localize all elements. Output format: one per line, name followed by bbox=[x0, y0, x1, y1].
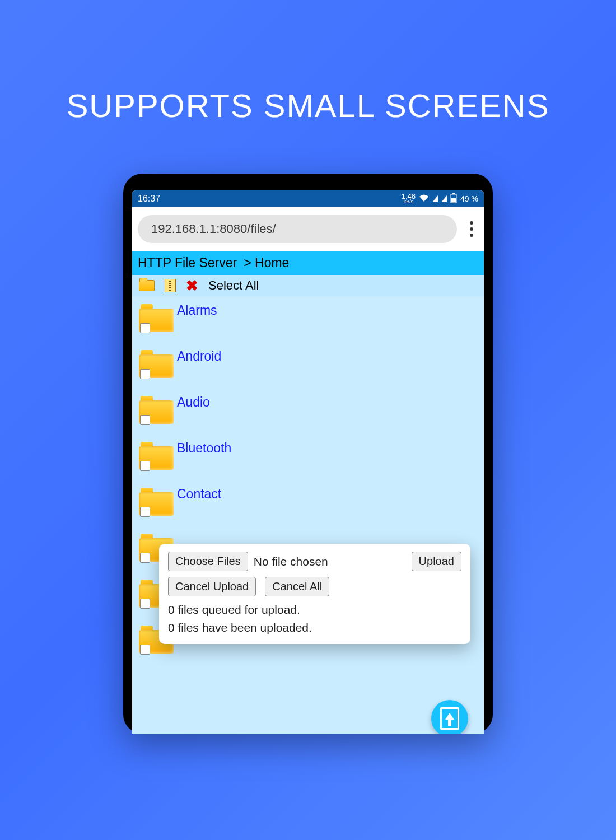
status-speed: 1,46 kB/s bbox=[402, 194, 416, 204]
list-item[interactable]: Bluetooth bbox=[139, 442, 477, 470]
upload-icon bbox=[440, 707, 459, 730]
page-header: HTTP File Server > Home bbox=[132, 251, 484, 275]
zip-icon[interactable] bbox=[165, 279, 176, 292]
select-all-button[interactable]: Select All bbox=[208, 278, 259, 293]
upload-fab[interactable] bbox=[431, 700, 468, 734]
toolbar: ✖ Select All bbox=[132, 275, 484, 296]
url-bar[interactable]: 192.168.1.1:8080/files/ bbox=[138, 215, 457, 243]
cancel-upload-button[interactable]: Cancel Upload bbox=[168, 577, 256, 596]
upload-button[interactable]: Upload bbox=[412, 552, 461, 571]
list-item[interactable]: Alarms bbox=[139, 304, 477, 332]
svg-rect-2 bbox=[451, 198, 456, 202]
list-item[interactable]: Audio bbox=[139, 396, 477, 424]
file-list: Alarms Android Audio Bluetooth Contact bbox=[132, 296, 484, 734]
upload-uploaded-status: 0 files have been uploaded. bbox=[168, 619, 461, 637]
folder-icon bbox=[139, 442, 174, 470]
folder-name[interactable]: Audio bbox=[177, 395, 210, 410]
wifi-icon bbox=[419, 194, 429, 204]
svg-rect-1 bbox=[452, 193, 455, 194]
signal-icon-2 bbox=[441, 195, 447, 202]
folder-icon bbox=[139, 396, 174, 424]
folder-icon bbox=[139, 488, 174, 516]
promo-headline: SUPPORTS SMALL SCREENS bbox=[0, 87, 616, 124]
battery-icon bbox=[450, 193, 457, 205]
status-time: 16:37 bbox=[138, 194, 160, 204]
browser-url-row: 192.168.1.1:8080/files/ bbox=[132, 207, 484, 251]
delete-icon[interactable]: ✖ bbox=[186, 278, 198, 293]
folder-name[interactable]: Android bbox=[177, 349, 221, 364]
list-item[interactable]: Contact bbox=[139, 488, 477, 516]
upload-queued-status: 0 files queued for upload. bbox=[168, 601, 461, 619]
app-title: HTTP File Server bbox=[138, 255, 237, 270]
checkbox[interactable] bbox=[140, 415, 150, 425]
status-bar: 16:37 1,46 kB/s 49 % bbox=[132, 190, 484, 207]
folder-name[interactable]: Alarms bbox=[177, 303, 217, 318]
kebab-menu-icon[interactable] bbox=[465, 221, 478, 237]
checkbox[interactable] bbox=[140, 507, 150, 517]
upload-panel: Choose Files No file chosen Upload Cance… bbox=[159, 544, 470, 644]
checkbox[interactable] bbox=[140, 461, 150, 471]
screen: 16:37 1,46 kB/s 49 % 192.168.1.1:80 bbox=[132, 190, 484, 734]
list-item[interactable]: Android bbox=[139, 350, 477, 378]
new-folder-icon[interactable] bbox=[139, 280, 155, 291]
checkbox[interactable] bbox=[140, 369, 150, 379]
checkbox[interactable] bbox=[140, 323, 150, 333]
signal-icon bbox=[432, 195, 438, 202]
battery-percent: 49 % bbox=[460, 194, 478, 203]
device-frame: 16:37 1,46 kB/s 49 % 192.168.1.1:80 bbox=[123, 174, 493, 734]
checkbox[interactable] bbox=[140, 645, 150, 655]
choose-files-button[interactable]: Choose Files bbox=[168, 552, 248, 571]
folder-icon bbox=[139, 304, 174, 332]
no-file-chosen-label: No file chosen bbox=[254, 555, 328, 568]
folder-icon bbox=[139, 350, 174, 378]
cancel-all-button[interactable]: Cancel All bbox=[265, 577, 329, 596]
checkbox[interactable] bbox=[140, 599, 150, 609]
folder-name[interactable]: Contact bbox=[177, 487, 221, 502]
folder-name[interactable]: Bluetooth bbox=[177, 441, 231, 456]
checkbox[interactable] bbox=[140, 553, 150, 563]
breadcrumb[interactable]: > Home bbox=[244, 255, 289, 270]
